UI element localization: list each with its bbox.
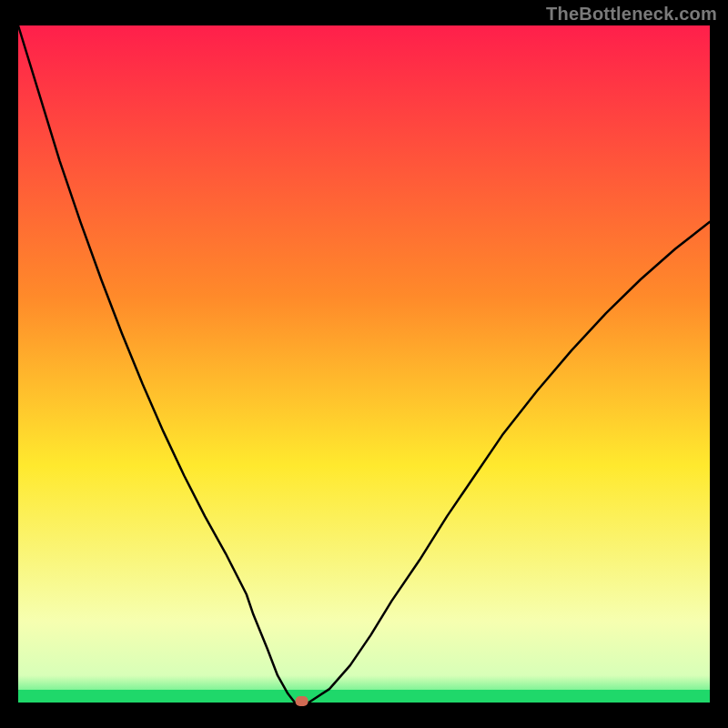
chart-container: TheBottleneck.com xyxy=(0,0,728,728)
green-zone xyxy=(18,690,710,703)
watermark-text: TheBottleneck.com xyxy=(546,4,717,25)
minimum-marker xyxy=(296,696,308,706)
plot-background xyxy=(18,25,710,703)
bottleneck-chart xyxy=(0,0,728,728)
